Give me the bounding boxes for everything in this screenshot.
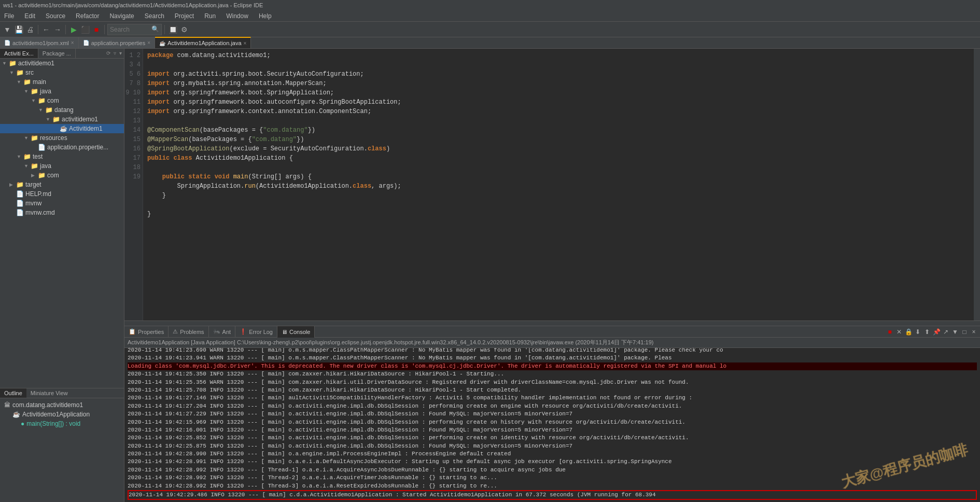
outline-tab-1[interactable]: Miniature View xyxy=(26,388,72,398)
bottom-tab-icon-0: 📋 xyxy=(129,328,136,335)
tree-icon-15: 📄 xyxy=(16,200,24,207)
toolbar-btn-debug[interactable]: ⬛ xyxy=(80,24,90,35)
bottom-tab-2[interactable]: 🐜 Ant xyxy=(209,326,236,338)
menu-item-project[interactable]: Project xyxy=(173,11,196,21)
tree-arrow-0: ▼ xyxy=(2,61,7,66)
editor-scrollbar[interactable] xyxy=(974,49,980,320)
toolbar-btn-run[interactable]: ▶ xyxy=(68,24,79,35)
left-panel: Activiti Ex...Package ...⟳ ▿ ▾ ▼ 📁 activ… xyxy=(0,49,124,502)
tree-item-16[interactable]: 📄 mvnw.cmd xyxy=(0,208,124,217)
tree-item-15[interactable]: 📄 mvnw xyxy=(0,199,124,208)
code-token: , args); xyxy=(371,183,401,190)
console-stop-btn[interactable]: ■ xyxy=(886,328,894,336)
outline-item-1[interactable]: ☕ Activitidemo1Application xyxy=(2,410,122,419)
bottom-tab-label-3: Error Log xyxy=(249,329,273,335)
menu-item-help[interactable]: Help xyxy=(257,11,274,21)
bottom-tab-3[interactable]: ❗ Error Log xyxy=(235,326,277,338)
console-maximize-btn[interactable]: □ xyxy=(960,328,969,336)
bottom-tab-0[interactable]: 📋 Properties xyxy=(124,326,169,338)
menu-item-run[interactable]: Run xyxy=(202,11,218,21)
outline-item-2[interactable]: ● main(String[]) : void xyxy=(2,419,122,428)
tab-close-2[interactable]: × xyxy=(244,40,247,46)
code-token-kw: import xyxy=(147,71,170,78)
toolbar-btn-print[interactable]: 🖨 xyxy=(25,24,35,35)
tree-item-3[interactable]: ▼ 📁 java xyxy=(0,87,124,96)
console-line-2: Loading class 'com.mysql.jdbc.Driver'. T… xyxy=(128,362,977,370)
tree-item-14[interactable]: 📄 HELP.md xyxy=(0,189,124,199)
console-pin-btn[interactable]: 📌 xyxy=(932,328,941,336)
code-token: } xyxy=(147,192,166,199)
toolbar-btn-settings[interactable]: ⚙ xyxy=(179,24,189,35)
toolbar-btn-forward[interactable]: → xyxy=(52,24,63,35)
bottom-tab-icon-1: ⚠ xyxy=(173,328,178,335)
console-scroll-start-btn[interactable]: ⬆ xyxy=(923,328,931,336)
console-scroll-end-btn[interactable]: ⬇ xyxy=(914,328,922,336)
tab-close-0[interactable]: × xyxy=(71,40,74,46)
menu-item-window[interactable]: Window xyxy=(224,11,250,21)
code-token-kw: import xyxy=(147,80,170,87)
search-input[interactable] xyxy=(110,26,151,33)
tree-arrow-13: ▶ xyxy=(9,182,15,187)
menu-item-edit[interactable]: Edit xyxy=(22,11,37,21)
editor-hscroll[interactable] xyxy=(124,320,980,326)
tree-item-7[interactable]: ☕ Activitidem1 xyxy=(0,124,124,133)
toolbar-btn-minimize[interactable]: 🔲 xyxy=(167,24,178,35)
tree-item-4[interactable]: ▼ 📁 com xyxy=(0,96,124,105)
left-top-tab-1[interactable]: Package ... xyxy=(38,49,76,58)
menu-item-source[interactable]: Source xyxy=(44,11,67,21)
toolbar-btn-back[interactable]: ← xyxy=(41,24,51,35)
menu-item-file[interactable]: File xyxy=(2,11,16,21)
tree-item-13[interactable]: ▶ 📁 target xyxy=(0,180,124,189)
menu-item-search[interactable]: Search xyxy=(143,11,166,21)
tree-icon-5: 📁 xyxy=(45,106,53,114)
left-tab-sync[interactable]: ⟳ xyxy=(105,50,111,57)
menu-item-refactor[interactable]: Refactor xyxy=(74,11,101,21)
console-open-btn[interactable]: ↗ xyxy=(942,328,950,336)
code-token: (basePackages = { xyxy=(200,127,263,134)
left-top-tab-0[interactable]: Activiti Ex... xyxy=(0,49,38,58)
tab-close-1[interactable]: × xyxy=(147,40,150,46)
outline-item-0[interactable]: 🏛 com.datang.activitidemo1 xyxy=(2,400,122,410)
console-minimize-btn[interactable]: ▼ xyxy=(951,328,959,336)
tree-view[interactable]: ▼ 📁 activitidemo1▼ 📁 src▼ 📁 main▼ 📁 java… xyxy=(0,59,124,388)
console-close-btn[interactable]: × xyxy=(970,328,978,336)
outline-content[interactable]: 🏛 com.datang.activitidemo1☕ Activitidemo… xyxy=(0,398,124,430)
editor-tabs: 📄 activitidemo1/pom.xml ×📄 application.p… xyxy=(0,37,980,49)
tree-item-12[interactable]: ▶ 📁 com xyxy=(0,171,124,180)
toolbar-btn-stop[interactable]: ■ xyxy=(91,24,102,35)
editor-tab-1[interactable]: 📄 application.properties × xyxy=(79,37,155,48)
console-content[interactable]: 2020-11-14 19:41:23.690 WARN 13220 --- [… xyxy=(124,348,980,502)
editor-tab-0[interactable]: 📄 activitidemo1/pom.xml × xyxy=(0,37,79,48)
toolbar-search-box[interactable]: 🔍 xyxy=(107,24,162,35)
toolbar: ▼ 💾 🖨 ← → ▶ ⬛ ■ 🔍 🔲 ⚙ xyxy=(0,22,980,37)
console-scroll-lock-btn[interactable]: 🔒 xyxy=(904,328,913,336)
tree-item-2[interactable]: ▼ 📁 main xyxy=(0,77,124,87)
tree-item-11[interactable]: ▼ 📁 java xyxy=(0,161,124,171)
tree-item-6[interactable]: ▼ 📁 activitidemo1 xyxy=(0,115,124,124)
console-line-16: 2020-11-14 19:42:28.992 INFO 13220 --- [… xyxy=(128,474,977,482)
tree-icon-3: 📁 xyxy=(31,88,38,95)
console-clear-btn[interactable]: ✕ xyxy=(895,328,903,336)
tree-item-10[interactable]: ▼ 📁 test xyxy=(0,152,124,161)
toolbar-btn-save[interactable]: 💾 xyxy=(13,24,24,35)
code-content[interactable]: package com.datang.activitidemo1; import… xyxy=(143,49,974,320)
toolbar-btn-new[interactable]: ▼ xyxy=(2,24,12,35)
tree-label-4: com xyxy=(47,97,59,104)
left-tab-menu[interactable]: ▾ xyxy=(118,50,123,57)
tree-item-9[interactable]: 📄 application.propertie... xyxy=(0,143,124,152)
outline-tab-0[interactable]: Outline xyxy=(0,388,26,398)
console-line-11: 2020-11-14 19:42:25.852 INFO 13220 --- [… xyxy=(128,434,977,442)
console-line-9: 2020-11-14 19:42:15.969 INFO 13220 --- [… xyxy=(128,419,977,426)
editor-tab-2[interactable]: ☕ Activitidemo1Application.java × xyxy=(155,37,251,48)
tree-item-0[interactable]: ▼ 📁 activitidemo1 xyxy=(0,59,124,68)
bottom-tab-4[interactable]: 🖥 Console xyxy=(277,326,315,338)
bottom-panel: 📋 Properties⚠ Problems🐜 Ant❗ Error Log🖥 … xyxy=(124,326,980,502)
tree-item-5[interactable]: ▼ 📁 datang xyxy=(0,105,124,115)
tree-item-1[interactable]: ▼ 📁 src xyxy=(0,68,124,77)
code-token: SpringApplication. xyxy=(147,183,244,190)
menu-item-navigate[interactable]: Navigate xyxy=(107,11,136,21)
tree-item-8[interactable]: ▼ 📁 resources xyxy=(0,133,124,143)
bottom-tab-label-0: Properties xyxy=(138,329,164,335)
left-tab-collapse[interactable]: ▿ xyxy=(113,50,117,57)
bottom-tab-1[interactable]: ⚠ Problems xyxy=(169,326,208,338)
